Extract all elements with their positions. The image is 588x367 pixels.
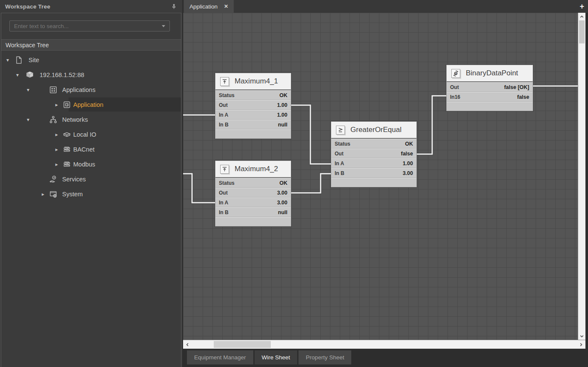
vertical-scroll-thumb[interactable] [579,20,585,43]
chevron-right-icon[interactable]: ▸ [54,162,60,167]
block-footer [447,102,533,111]
modbus-icon [63,160,71,169]
block-header[interactable]: Maximum4_2 [215,161,291,178]
tree-item-192-168-1-52-88[interactable]: ▾192.168.1.52:88 [1,67,181,82]
tab-equipment-manager[interactable]: Equipment Manager [187,350,253,364]
tree-item-bacnet[interactable]: ▸BACnet [1,142,181,157]
tree-item-label: Site [29,57,39,63]
block-row-in-a[interactable]: In A1.00 [331,158,416,168]
vertical-scrollbar[interactable] [578,13,585,340]
tree-item-label: BACnet [73,146,95,153]
app-window: Workspace Tree Workspace Tree ▾Site▾192.… [0,0,588,367]
wire[interactable] [183,174,215,203]
block-maximum4_2[interactable]: Maximum4_2StatusOKOut3.00In A3.00In Bnul… [215,161,291,227]
chevron-right-icon[interactable]: ▸ [54,147,60,152]
wire [183,174,215,203]
slot-label: Status [219,92,235,98]
block-row-in-a[interactable]: In A3.00 [215,198,291,207]
pin-icon[interactable] [169,2,178,11]
block-title: BinaryDataPoint [466,69,518,77]
chevron-down-icon[interactable]: ▾ [14,72,20,77]
block-header[interactable]: BBinaryDataPoint [447,65,533,82]
block-row-out[interactable]: Out1.00 [215,100,291,110]
block-row-out[interactable]: Out3.00 [215,188,291,198]
block-row-in-a[interactable]: In A1.00 [215,110,291,120]
slot-label: In B [335,170,344,176]
slot-value: null [278,122,287,128]
wire [291,105,331,164]
block-header[interactable]: GreaterOrEqual [331,122,416,139]
slot-label: In A [335,161,344,166]
tree-item-system[interactable]: ▸System [1,186,181,201]
chevron-down-icon[interactable] [162,25,165,27]
scroll-up-icon[interactable] [578,13,585,20]
slot-label: In A [219,200,228,206]
horizontal-scroll-thumb[interactable] [214,341,271,348]
tree-item-label: Networks [62,116,88,123]
slot-value: 3.00 [277,190,287,196]
vertical-scroll-track[interactable] [578,43,585,332]
block-footer [215,217,291,226]
block-row-status[interactable]: StatusOK [215,90,291,100]
tab-wire-sheet[interactable]: Wire Sheet [255,350,298,364]
chevron-down-icon[interactable]: ▾ [25,117,31,122]
block-row-in-b[interactable]: In B3.00 [331,168,416,178]
workspace-tree-body: Workspace Tree ▾Site▾192.168.1.52:88▾App… [1,13,181,367]
chevron-right-icon[interactable]: ▸ [54,102,60,107]
block-row-status[interactable]: StatusOK [215,178,291,188]
scroll-left-icon[interactable] [184,340,191,349]
slot-value: false [517,94,530,100]
site-document-icon [14,56,23,64]
greater-or-equal-icon [336,126,345,135]
close-icon[interactable]: ✕ [224,3,228,9]
tree-item-modbus[interactable]: ▸Modbus [1,157,181,172]
block-title: Maximum4_2 [235,165,278,173]
tree-item-site[interactable]: ▾Site [1,52,181,67]
tree-item-label: Applications [62,86,95,93]
slot-label: In16 [450,94,460,100]
tab-property-sheet[interactable]: Property Sheet [298,350,351,364]
block-header[interactable]: Maximum4_1 [215,73,291,90]
tree-item-application[interactable]: ▸Application [1,97,181,112]
block-maximum4_1[interactable]: Maximum4_1StatusOKOut1.00In A1.00In Bnul… [215,73,291,139]
wire[interactable] [291,174,331,193]
block-row-status[interactable]: StatusOK [331,139,416,149]
tree-item-applications[interactable]: ▾Applications [1,82,181,97]
panel-title: Workspace Tree [5,3,50,10]
block-binary_data_point[interactable]: BBinaryDataPointOutfalse [OK]In16false [446,65,533,111]
workspace-tree: ▾Site▾192.168.1.52:88▾Applications▸Appli… [1,51,181,201]
tree-item-local-io[interactable]: ▸Local IO [1,127,181,142]
add-tab-button[interactable]: + [579,0,584,13]
chevron-down-icon[interactable]: ▾ [5,57,11,63]
block-row-in-b[interactable]: In Bnull [215,207,291,217]
slot-label: In B [219,209,229,215]
wire[interactable] [417,96,446,154]
slot-label: Out [450,84,459,90]
tree-item-networks[interactable]: ▾Networks [1,112,181,127]
block-greater_or_equal[interactable]: GreaterOrEqualStatusOKOutfalseIn A1.00In… [331,121,417,187]
slot-label: Status [219,180,235,186]
wire [291,174,331,193]
workspace-tree-panel: Workspace Tree Workspace Tree ▾Site▾192.… [0,0,182,367]
tab-application[interactable]: Application✕ [184,0,234,13]
block-row-out[interactable]: Outfalse [331,149,416,158]
tree-item-services[interactable]: Services [1,172,181,186]
wire-sheet-canvas[interactable]: Maximum4_1StatusOKOut1.00In A1.00In Bnul… [183,13,578,340]
slot-label: In A [219,112,228,118]
tree-section-title: Workspace Tree [1,39,181,51]
search-input[interactable] [10,23,162,29]
wire[interactable] [291,105,331,164]
block-row-in16[interactable]: In16false [447,92,533,102]
block-row-in-b[interactable]: In Bnull [215,120,291,129]
block-row-out[interactable]: Outfalse [OK] [447,82,533,92]
horizontal-scrollbar[interactable] [183,340,585,349]
local-io-icon [63,130,71,139]
scroll-down-icon[interactable] [578,332,585,340]
chevron-right-icon[interactable]: ▸ [40,192,46,197]
scroll-right-icon[interactable] [577,340,585,349]
chevron-down-icon[interactable]: ▾ [25,87,31,92]
slot-value: 1.00 [277,102,287,108]
chevron-right-icon[interactable]: ▸ [54,132,60,137]
slot-value: 1.00 [277,112,287,118]
block-title: GreaterOrEqual [350,126,402,134]
